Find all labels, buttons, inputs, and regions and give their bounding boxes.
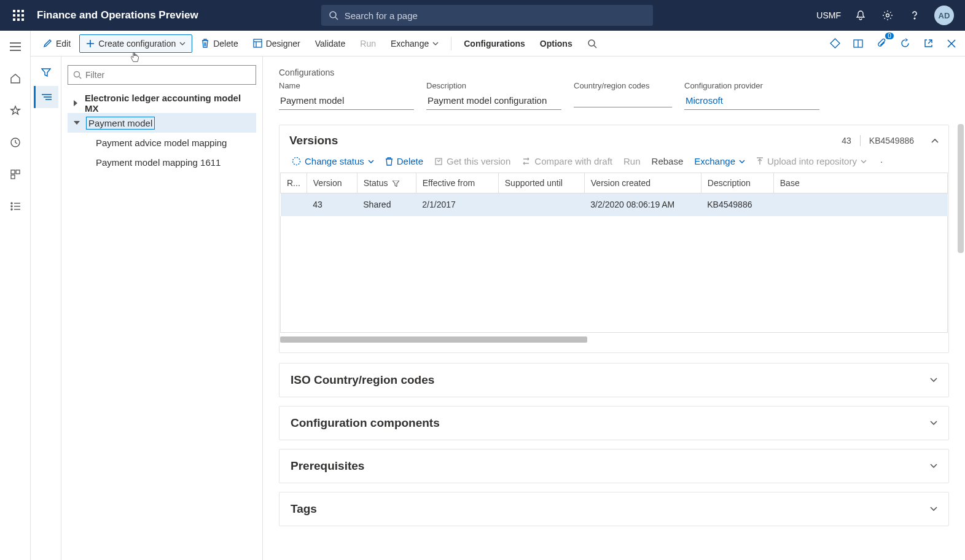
plus-icon bbox=[86, 39, 95, 48]
svg-rect-1 bbox=[17, 10, 20, 12]
delete-button[interactable]: Delete bbox=[195, 35, 244, 52]
svg-rect-17 bbox=[11, 170, 15, 174]
versions-kb: KB4549886 bbox=[869, 136, 914, 146]
section-title: Configurations bbox=[279, 68, 949, 77]
configurations-button[interactable]: Configurations bbox=[458, 35, 531, 52]
table-row[interactable]: 43 Shared 2/1/2017 3/2/2020 08:06:19 AM … bbox=[281, 193, 948, 216]
field-label: Name bbox=[279, 81, 414, 90]
global-search[interactable] bbox=[321, 5, 653, 26]
field-label: Description bbox=[426, 81, 561, 90]
legal-entity[interactable]: USMF bbox=[816, 10, 841, 20]
chevron-down-icon bbox=[861, 160, 867, 163]
edit-label: Edit bbox=[56, 39, 71, 49]
field-value[interactable]: Payment model configuration bbox=[426, 93, 561, 110]
compare-button: Compare with draft bbox=[522, 156, 612, 166]
grid-empty-area bbox=[280, 216, 948, 333]
field-value[interactable] bbox=[574, 93, 672, 107]
action-bar: Edit Create configuration Delete Designe… bbox=[31, 31, 965, 56]
clock-icon[interactable] bbox=[6, 133, 25, 152]
tree-filter[interactable] bbox=[68, 65, 256, 85]
tree-item[interactable]: Payment model bbox=[68, 113, 256, 133]
version-exchange-button[interactable]: Exchange bbox=[694, 156, 745, 166]
detail-pane: Configurations Name Payment model Descri… bbox=[263, 56, 965, 560]
diamond-icon[interactable] bbox=[827, 36, 842, 51]
search-icon bbox=[73, 71, 82, 79]
options-label: Options bbox=[540, 39, 572, 49]
col-description[interactable]: Description bbox=[701, 173, 773, 193]
avatar[interactable]: AD bbox=[934, 6, 954, 25]
field-description: Description Payment model configuration bbox=[426, 81, 561, 110]
tree-item[interactable]: Payment model mapping 1611 bbox=[68, 152, 256, 172]
col-base[interactable]: Base bbox=[773, 173, 947, 193]
tree-mode-icon[interactable] bbox=[34, 86, 58, 108]
create-configuration-button[interactable]: Create configuration bbox=[79, 34, 192, 53]
svg-line-32 bbox=[594, 45, 596, 48]
field-value[interactable]: Microsoft bbox=[684, 93, 819, 110]
col-version[interactable]: Version bbox=[307, 173, 357, 193]
app-launcher-icon[interactable] bbox=[6, 3, 31, 28]
svg-rect-7 bbox=[17, 18, 20, 21]
popout-icon[interactable] bbox=[921, 36, 936, 51]
expander-iso[interactable]: ISO Country/region codes bbox=[279, 363, 949, 397]
edit-button[interactable]: Edit bbox=[37, 35, 77, 52]
validate-label: Validate bbox=[315, 39, 346, 49]
expander-tags[interactable]: Tags bbox=[279, 492, 949, 526]
svg-point-12 bbox=[914, 18, 915, 19]
topbar: Finance and Operations Preview USMF AD bbox=[0, 0, 965, 31]
expander-prerequisites[interactable]: Prerequisites bbox=[279, 449, 949, 483]
col-effective[interactable]: Effective from bbox=[416, 173, 498, 193]
designer-button[interactable]: Designer bbox=[247, 35, 307, 52]
horizontal-scrollbar[interactable] bbox=[280, 336, 948, 344]
app-title: Finance and Operations Preview bbox=[37, 9, 198, 21]
filter-icon[interactable] bbox=[34, 61, 58, 84]
actionbar-search-button[interactable] bbox=[581, 35, 603, 52]
tree-item[interactable]: Electronic ledger accounting model MX bbox=[68, 93, 256, 113]
field-value[interactable]: Payment model bbox=[279, 93, 414, 110]
more-button[interactable]: · bbox=[880, 156, 883, 166]
help-icon[interactable] bbox=[907, 8, 922, 23]
validate-button[interactable]: Validate bbox=[309, 35, 352, 52]
configurations-label: Configurations bbox=[464, 39, 525, 49]
options-button[interactable]: Options bbox=[534, 35, 579, 52]
refresh-icon[interactable] bbox=[897, 36, 912, 51]
compare-icon bbox=[522, 157, 531, 165]
version-delete-button[interactable]: Delete bbox=[385, 156, 423, 166]
open-window-icon[interactable] bbox=[851, 36, 865, 51]
svg-point-22 bbox=[11, 206, 12, 207]
svg-rect-8 bbox=[21, 18, 24, 21]
tree-item[interactable]: Payment advice model mapping bbox=[68, 133, 256, 152]
gear-icon[interactable] bbox=[880, 8, 895, 23]
svg-line-41 bbox=[79, 77, 81, 79]
svg-point-31 bbox=[588, 40, 595, 46]
svg-rect-28 bbox=[254, 39, 262, 47]
home-icon[interactable] bbox=[6, 69, 25, 88]
module-icon[interactable] bbox=[6, 165, 25, 184]
col-status[interactable]: Status bbox=[357, 173, 416, 193]
exchange-button[interactable]: Exchange bbox=[385, 35, 445, 52]
vertical-scrollbar[interactable] bbox=[958, 124, 964, 468]
change-status-button[interactable]: Change status bbox=[292, 156, 374, 166]
list-icon[interactable] bbox=[6, 196, 25, 216]
col-r[interactable]: R... bbox=[281, 173, 307, 193]
chevron-down-icon bbox=[179, 42, 186, 45]
rebase-button[interactable]: Rebase bbox=[652, 156, 684, 166]
run-button: Run bbox=[354, 35, 382, 52]
trash-icon bbox=[201, 39, 209, 48]
svg-rect-18 bbox=[16, 170, 20, 174]
chevron-up-icon[interactable] bbox=[931, 138, 939, 143]
svg-rect-19 bbox=[11, 175, 15, 179]
create-configuration-label: Create configuration bbox=[98, 39, 176, 49]
attachments-icon[interactable]: 0 bbox=[874, 36, 889, 51]
col-created[interactable]: Version created bbox=[584, 173, 701, 193]
col-supported[interactable]: Supported until bbox=[498, 173, 584, 193]
get-version-button: Get this version bbox=[434, 156, 510, 166]
expander-components[interactable]: Configuration components bbox=[279, 406, 949, 440]
tree-filter-input[interactable] bbox=[85, 70, 251, 80]
svg-rect-6 bbox=[13, 18, 15, 21]
star-icon[interactable] bbox=[6, 101, 25, 120]
svg-point-42 bbox=[293, 158, 300, 165]
bell-icon[interactable] bbox=[853, 8, 868, 23]
search-input[interactable] bbox=[345, 10, 646, 21]
close-icon[interactable] bbox=[944, 36, 959, 51]
hamburger-icon[interactable] bbox=[6, 37, 25, 56]
